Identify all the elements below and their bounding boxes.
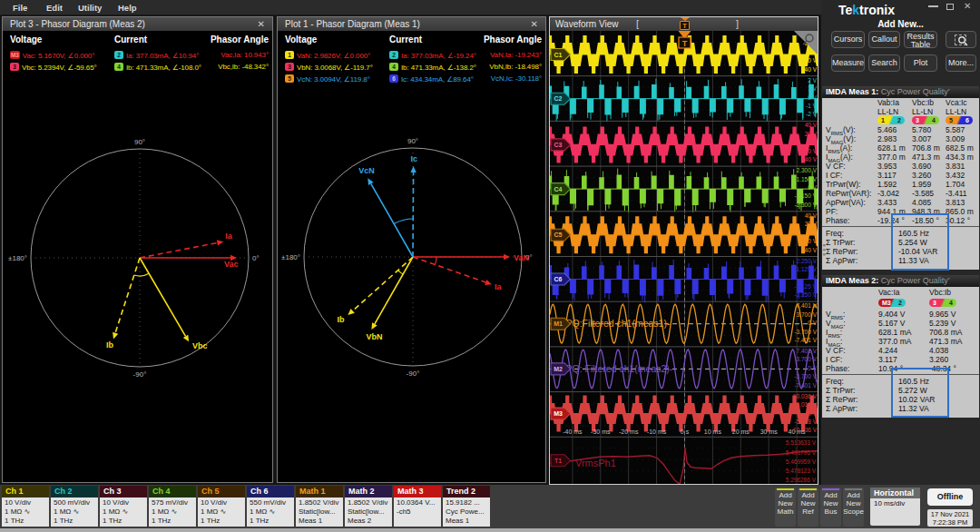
svg-text:-10 ms: -10 ms <box>647 429 667 435</box>
svg-text:-40 ms: -40 ms <box>563 429 583 435</box>
svg-text:-20 V: -20 V <box>802 238 817 244</box>
svg-text:-40 V: -40 V <box>802 66 817 73</box>
svg-text:-1.125 V: -1.125 V <box>794 283 817 290</box>
svg-text:-2.250 V: -2.250 V <box>794 291 817 298</box>
svg-text:±180°: ±180° <box>281 253 300 261</box>
svg-text:-20 V: -20 V <box>802 148 817 154</box>
svg-text:-40 V: -40 V <box>802 247 817 253</box>
svg-text:-5.018 V: -5.018 V <box>794 419 817 425</box>
svg-text:5.513633 V: 5.513633 V <box>786 439 817 446</box>
svg-text:Ib: Ib <box>106 340 114 350</box>
svg-text:-10.036 V: -10.036 V <box>791 427 818 433</box>
svg-text:-1 V: -1 V <box>806 103 818 109</box>
svg-text:Ia: Ia <box>225 232 233 241</box>
svg-text:-30 ms: -30 ms <box>591 429 611 435</box>
svg-text:2 V: 2 V <box>808 77 817 84</box>
svg-text:-90°: -90° <box>133 370 147 379</box>
svg-text:-3.700 V: -3.700 V <box>794 329 817 335</box>
svg-text:5.296286 V: 5.296286 V <box>786 477 817 483</box>
svg-text:T1: T1 <box>554 458 562 464</box>
svg-text:VcN: VcN <box>358 166 375 175</box>
svg-text:0 V: 0 V <box>808 410 817 417</box>
svg-text:2.250 V: 2.250 V <box>797 258 818 264</box>
svg-text:10 ms: 10 ms <box>704 429 722 435</box>
svg-text:-PQ:Filtered ch1(meas1)-: -PQ:Filtered ch1(meas1)- <box>563 318 671 329</box>
svg-text:0 V: 0 V <box>808 184 817 191</box>
svg-text:0 V: 0 V <box>808 274 817 281</box>
svg-text:C6: C6 <box>554 276 563 282</box>
svg-text:30 ms: 30 ms <box>760 429 779 435</box>
svg-text:3.700 V: 3.700 V <box>797 311 818 318</box>
svg-text:7.401 V: 7.401 V <box>797 302 818 309</box>
svg-text:10.036 V: 10.036 V <box>793 393 818 399</box>
svg-text:C1: C1 <box>554 52 563 58</box>
svg-text:7.401 V: 7.401 V <box>797 348 818 354</box>
svg-text:0 V: 0 V <box>808 230 817 236</box>
svg-text:-20 ms: -20 ms <box>619 429 639 435</box>
svg-text:3.700 V: 3.700 V <box>797 356 818 362</box>
svg-text:0 s: 0 s <box>681 429 690 435</box>
svg-text:40 V: 40 V <box>805 122 818 128</box>
svg-text:±180°: ±180° <box>8 254 27 262</box>
svg-text:5.491796 V: 5.491796 V <box>786 449 817 456</box>
svg-text:M2: M2 <box>554 366 563 372</box>
svg-text:-2 V: -2 V <box>806 111 818 117</box>
svg-text:1 V: 1 V <box>808 85 817 92</box>
svg-text:M1: M1 <box>554 320 563 327</box>
svg-text:5.478123 V: 5.478123 V <box>786 468 817 474</box>
svg-text:40 V: 40 V <box>805 212 818 219</box>
svg-text:-7.401 V: -7.401 V <box>794 382 817 389</box>
svg-text:-40 V: -40 V <box>802 156 817 163</box>
svg-text:-90°: -90° <box>407 369 420 378</box>
svg-text:Vac: Vac <box>224 260 239 269</box>
svg-text:Vbc: Vbc <box>192 341 208 350</box>
svg-text:2.300 V: 2.300 V <box>797 167 818 173</box>
svg-text:0 V: 0 V <box>808 94 817 101</box>
svg-text:C2: C2 <box>554 95 563 102</box>
svg-text:0 V: 0 V <box>808 365 817 371</box>
svg-text:20 V: 20 V <box>805 131 818 137</box>
svg-text:-PQ: Filtered ch1(meas2)-: -PQ: Filtered ch1(meas2)- <box>563 363 673 374</box>
svg-text:-20 V: -20 V <box>802 57 817 64</box>
svg-text:1.150 V: 1.150 V <box>797 176 818 182</box>
svg-text:VbN: VbN <box>366 332 382 341</box>
svg-text:Ia: Ia <box>495 282 503 291</box>
svg-text:20 V: 20 V <box>805 221 818 227</box>
svg-text:0 V: 0 V <box>808 320 817 326</box>
svg-text:C4: C4 <box>554 186 563 192</box>
svg-text:-7.401 V: -7.401 V <box>794 337 817 343</box>
svg-text:-1.150 V: -1.150 V <box>794 192 817 199</box>
svg-text:20 ms: 20 ms <box>732 429 750 435</box>
svg-text:M3: M3 <box>554 410 563 417</box>
svg-text:90°: 90° <box>407 137 418 145</box>
svg-text:Ib: Ib <box>337 315 345 324</box>
svg-text:5.469959 V: 5.469959 V <box>786 458 817 465</box>
svg-text:-3.700 V: -3.700 V <box>794 373 817 379</box>
svg-text:1.125 V: 1.125 V <box>797 266 818 272</box>
svg-text:T: T <box>682 39 688 48</box>
svg-text:VaN: VaN <box>514 253 529 262</box>
svg-text:5.018 V: 5.018 V <box>797 401 818 408</box>
svg-text:0 V: 0 V <box>808 139 817 145</box>
svg-text:Ic: Ic <box>411 154 418 163</box>
svg-text:C5: C5 <box>554 232 563 238</box>
svg-text:90°: 90° <box>134 138 145 146</box>
svg-text:C3: C3 <box>554 142 563 148</box>
svg-text:0°: 0° <box>252 254 260 262</box>
svg-text:-2.300 V: -2.300 V <box>794 202 817 208</box>
svg-text:VrmsPh1: VrmsPh1 <box>575 458 616 468</box>
